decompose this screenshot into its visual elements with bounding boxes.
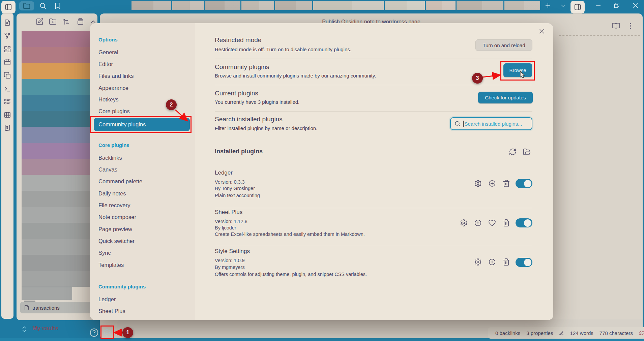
plugin-settings-icon[interactable] — [474, 180, 482, 187]
tab-blurred[interactable] — [385, 1, 425, 10]
file-list-item-blurred[interactable] — [22, 79, 90, 95]
reading-view-icon[interactable] — [612, 22, 620, 30]
duplicate-icon[interactable] — [4, 72, 11, 79]
nav-item-sheet-plus[interactable]: Sheet Plus — [98, 307, 125, 315]
file-list-item-blurred[interactable] — [22, 175, 90, 191]
nav-item-general[interactable]: General — [98, 48, 118, 56]
nav-item-quick-switcher[interactable]: Quick switcher — [98, 237, 135, 245]
file-list-item-blurred[interactable] — [22, 271, 90, 287]
stacked-panels-icon[interactable] — [77, 18, 84, 26]
nav-item-core-plugins[interactable]: Core plugins — [98, 107, 130, 115]
open-plugins-folder-icon[interactable] — [523, 148, 531, 156]
graph-view-icon[interactable] — [4, 32, 11, 39]
file-list-item-blurred[interactable] — [22, 255, 90, 271]
plugin-add-hotkey-icon[interactable] — [488, 258, 496, 266]
file-item-transactions[interactable]: transactions — [20, 302, 94, 313]
search-plugins-input[interactable]: Search installed plugins... — [450, 117, 532, 130]
plugin-uninstall-icon[interactable] — [502, 219, 510, 227]
nav-item-community-plugins-selected[interactable]: Community plugins — [94, 118, 190, 131]
sort-order-icon[interactable] — [62, 18, 70, 26]
terminal-icon[interactable] — [4, 85, 11, 93]
status-backlinks[interactable]: 0 backlinks — [495, 330, 520, 336]
nav-item-command-palette[interactable]: Command palette — [98, 177, 142, 185]
new-note-icon[interactable] — [36, 18, 43, 26]
tab-blurred[interactable] — [172, 1, 205, 10]
ledger-receipt-icon[interactable] — [4, 124, 11, 131]
tab-blurred[interactable] — [426, 1, 456, 10]
bookmark-icon[interactable] — [54, 2, 61, 9]
file-list-item-blurred[interactable] — [22, 159, 90, 175]
tab-blurred[interactable] — [131, 1, 171, 10]
file-list-item-blurred[interactable] — [22, 143, 90, 159]
new-folder-icon[interactable] — [49, 18, 57, 26]
list-form-icon[interactable] — [4, 98, 11, 105]
blurred-file-item[interactable] — [22, 287, 72, 300]
edit-mode-icon[interactable] — [559, 330, 564, 336]
file-list-item-blurred[interactable] — [22, 223, 90, 239]
file-list-item-blurred[interactable] — [22, 191, 90, 207]
plugin-uninstall-icon[interactable] — [502, 180, 510, 187]
nav-item-editor[interactable]: Editor — [98, 60, 113, 68]
status-properties[interactable]: 3 properties — [526, 330, 553, 336]
nav-item-page-preview[interactable]: Page preview — [98, 225, 132, 233]
vault-name[interactable]: My vaults — [32, 325, 58, 332]
check-updates-button[interactable]: Check for updates — [478, 92, 533, 103]
minimize-icon[interactable] — [594, 2, 602, 9]
tab-blurred[interactable] — [313, 1, 384, 10]
file-list-item-blurred[interactable] — [22, 63, 90, 79]
tab-list-chevron-icon[interactable] — [560, 2, 566, 9]
sync-off-icon[interactable] — [639, 330, 644, 336]
nav-item-canvas[interactable]: Canvas — [98, 165, 117, 174]
nav-item-backlinks[interactable]: Backlinks — [98, 154, 122, 162]
daily-note-icon[interactable] — [4, 58, 11, 66]
vault-switcher-icon[interactable] — [21, 326, 28, 333]
plugin-settings-icon[interactable] — [460, 219, 468, 227]
settings-gear-icon[interactable] — [103, 329, 111, 337]
plugin-enable-toggle[interactable] — [516, 179, 532, 188]
nav-item-files-and-links[interactable]: Files and links — [98, 72, 134, 80]
canvas-icon[interactable] — [4, 45, 11, 53]
tab-blurred[interactable] — [241, 1, 274, 10]
close-modal-icon[interactable] — [538, 28, 545, 35]
nav-item-file-recovery[interactable]: File recovery — [98, 201, 130, 209]
browse-button[interactable]: Browse — [503, 63, 532, 77]
plugin-settings-icon[interactable] — [474, 258, 482, 266]
nav-item-templates[interactable]: Templates — [98, 261, 124, 269]
right-sidebar-toggle-button[interactable] — [570, 1, 585, 13]
new-tab-icon[interactable] — [544, 2, 552, 9]
tab-blurred[interactable] — [275, 1, 312, 10]
nav-item-sync[interactable]: Sync — [98, 249, 111, 257]
explorer-tab-button[interactable] — [19, 1, 34, 10]
more-options-icon[interactable] — [626, 22, 635, 30]
nav-item-appearance[interactable]: Appearance — [98, 84, 128, 92]
close-window-icon[interactable] — [632, 2, 639, 9]
plugin-enable-toggle[interactable] — [516, 218, 532, 227]
plugin-add-hotkey-icon[interactable] — [474, 219, 482, 227]
table-icon[interactable] — [4, 111, 11, 119]
help-icon[interactable] — [89, 328, 99, 338]
file-search-icon[interactable] — [4, 19, 11, 26]
file-list-item-blurred[interactable] — [22, 239, 90, 255]
restore-window-icon[interactable] — [613, 2, 620, 9]
nav-item-note-composer[interactable]: Note composer — [98, 213, 136, 221]
tab-blurred[interactable] — [205, 1, 240, 10]
tab-blurred[interactable] — [457, 1, 503, 10]
file-list-item-blurred[interactable] — [22, 111, 90, 127]
reload-plugins-icon[interactable] — [509, 148, 517, 156]
plugin-add-hotkey-icon[interactable] — [488, 180, 496, 187]
file-list-item-blurred[interactable] — [22, 127, 90, 143]
turn-on-reload-button[interactable]: Turn on and reload — [475, 39, 532, 51]
nav-item-daily-notes[interactable]: Daily notes — [98, 189, 126, 197]
file-list-item-blurred[interactable] — [22, 31, 90, 47]
nav-item-hotkeys[interactable]: Hotkeys — [98, 95, 119, 103]
file-list-item-blurred[interactable] — [22, 47, 90, 63]
tab-blurred[interactable] — [504, 1, 540, 10]
search-icon[interactable] — [39, 2, 47, 9]
plugin-donate-icon[interactable] — [488, 219, 496, 227]
nav-item-ledger[interactable]: Ledger — [98, 295, 116, 303]
plugin-uninstall-icon[interactable] — [502, 258, 510, 266]
file-list-item-blurred[interactable] — [22, 95, 90, 111]
left-sidebar-toggle-button[interactable] — [1, 1, 16, 13]
file-list-item-blurred[interactable] — [22, 207, 90, 223]
plugin-enable-toggle[interactable] — [516, 258, 532, 267]
